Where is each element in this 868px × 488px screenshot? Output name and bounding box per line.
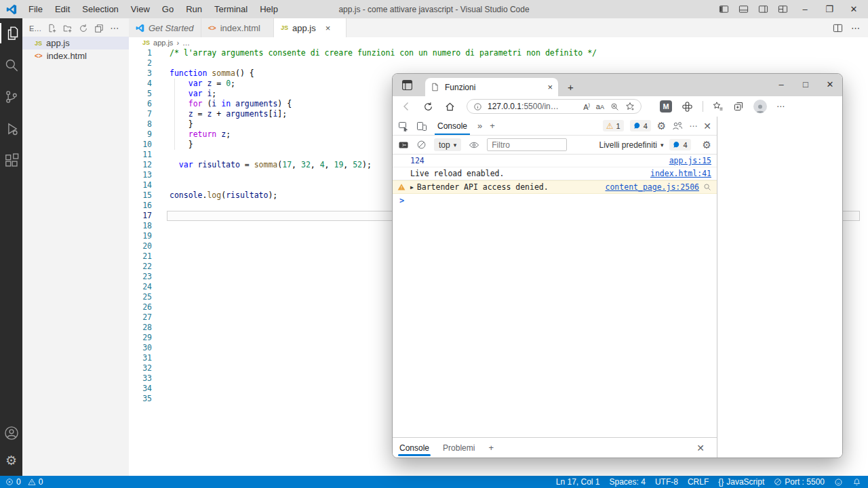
tab-app.js[interactable]: JSapp.js× xyxy=(274,18,347,37)
profile-avatar[interactable] xyxy=(753,100,767,113)
restore-button[interactable]: ❐ xyxy=(822,4,837,14)
console-empty-area[interactable] xyxy=(393,207,717,437)
menu-terminal[interactable]: Terminal xyxy=(208,4,254,14)
feedback-people-icon[interactable] xyxy=(672,121,683,131)
devtools-tab-console[interactable]: Console xyxy=(435,117,470,135)
errors-indicator[interactable]: 0 xyxy=(5,477,21,487)
inspect-element-icon[interactable] xyxy=(398,121,409,131)
new-tab-icon[interactable]: + xyxy=(568,81,574,93)
add-panel-icon[interactable]: + xyxy=(490,121,495,131)
breadcrumb[interactable]: JS app.js › … xyxy=(129,37,868,48)
expand-arrow-icon[interactable]: ▶ xyxy=(410,184,414,190)
settings-more-icon[interactable]: ⋯ xyxy=(776,102,785,111)
menu-selection[interactable]: Selection xyxy=(76,4,124,14)
menu-view[interactable]: View xyxy=(125,4,156,14)
toggle-panel-icon[interactable] xyxy=(738,4,749,14)
menu-file[interactable]: File xyxy=(22,4,49,14)
home-icon[interactable] xyxy=(445,102,455,112)
site-info-icon[interactable] xyxy=(473,102,482,111)
back-icon[interactable] xyxy=(401,101,412,112)
console-settings-gear-icon[interactable]: ⚙ xyxy=(703,139,711,151)
drawer-tab-problemi[interactable]: Problemi xyxy=(443,438,475,458)
extension-icon[interactable] xyxy=(682,101,693,113)
address-bar[interactable]: 127.0.0.1:5500/in… A) aA xyxy=(467,99,642,114)
more-actions-icon[interactable]: ⋯ xyxy=(110,23,119,33)
source-link[interactable]: index.html:41 xyxy=(644,169,711,178)
warnings-indicator[interactable]: 0 xyxy=(28,477,43,487)
log-levels-dropdown[interactable]: Livelli predefiniti ▾ xyxy=(599,140,664,150)
devtools-close-icon[interactable]: ✕ xyxy=(703,121,711,131)
toggle-secondary-sidebar-icon[interactable] xyxy=(758,4,768,14)
more-actions-icon[interactable]: ⋯ xyxy=(851,23,860,33)
status-port-5500[interactable]: Port : 5500 xyxy=(774,477,825,487)
maximize-button[interactable]: □ xyxy=(793,74,818,94)
status-javascript[interactable]: {}JavaScript xyxy=(718,477,764,487)
favorites-icon[interactable] xyxy=(713,101,724,112)
menu-help[interactable]: Help xyxy=(254,4,284,14)
feedback-icon[interactable] xyxy=(834,478,843,487)
console-sidebar-icon[interactable] xyxy=(398,140,409,150)
refresh-icon[interactable] xyxy=(423,102,433,112)
status-ln-17-col-1[interactable]: Ln 17, Col 1 xyxy=(556,477,600,487)
collapse-all-icon[interactable] xyxy=(94,24,104,33)
messages-badge[interactable]: 4 xyxy=(630,120,651,131)
source-link[interactable]: content_page.js:2506 xyxy=(599,182,699,192)
file-item-app.js[interactable]: JSapp.js xyxy=(22,37,129,49)
tab-index.html[interactable]: <>index.html xyxy=(201,18,274,37)
collections-icon[interactable] xyxy=(733,101,744,112)
new-file-icon[interactable] xyxy=(47,24,57,33)
line-number-gutter[interactable]: 1234567891011121314151617181920212223242… xyxy=(129,48,161,404)
drawer-tab-console[interactable]: Console xyxy=(399,438,429,458)
new-folder-icon[interactable] xyxy=(63,24,73,33)
menu-run[interactable]: Run xyxy=(180,4,208,14)
filter-input[interactable] xyxy=(487,138,567,151)
status-utf-8[interactable]: UTF-8 xyxy=(655,477,678,487)
close-tab-icon[interactable]: × xyxy=(326,23,331,33)
minimize-button[interactable]: – xyxy=(797,4,812,14)
menu-edit[interactable]: Edit xyxy=(49,4,76,14)
zoom-icon[interactable] xyxy=(610,102,619,111)
minimize-button[interactable]: – xyxy=(769,74,793,94)
devtools-settings-gear-icon[interactable]: ⚙ xyxy=(657,120,666,132)
more-tabs-icon[interactable]: » xyxy=(477,121,482,131)
status-crlf[interactable]: CRLF xyxy=(688,477,709,487)
settings-gear-icon[interactable]: ⚙ xyxy=(0,450,22,470)
clear-console-icon[interactable] xyxy=(416,140,427,150)
close-button[interactable]: ✕ xyxy=(818,74,842,94)
close-drawer-icon[interactable]: ✕ xyxy=(696,443,710,453)
tab-actions-icon[interactable] xyxy=(401,79,413,91)
devtools-more-icon[interactable]: ⋯ xyxy=(689,121,697,131)
line-number: 19 xyxy=(129,231,161,241)
warnings-badge[interactable]: ⚠ 1 xyxy=(603,120,624,131)
page-viewport[interactable] xyxy=(717,117,842,458)
run-debug-icon[interactable] xyxy=(0,119,22,139)
add-drawer-tab-icon[interactable]: + xyxy=(488,443,494,453)
browser-tab[interactable]: Funzioni × xyxy=(425,78,558,96)
accounts-icon[interactable] xyxy=(0,423,22,443)
menu-go[interactable]: Go xyxy=(156,4,180,14)
console-prompt[interactable]: > xyxy=(393,194,717,207)
split-editor-icon[interactable] xyxy=(833,23,843,33)
source-link[interactable]: app.js:15 xyxy=(663,156,711,165)
source-control-icon[interactable] xyxy=(0,87,22,107)
status-spaces-4[interactable]: Spaces: 4 xyxy=(610,477,646,487)
live-expression-eye-icon[interactable] xyxy=(469,140,479,150)
translate-icon[interactable]: aA xyxy=(596,102,604,110)
search-icon[interactable] xyxy=(0,55,22,75)
refresh-icon[interactable] xyxy=(79,24,88,33)
toggle-sidebar-icon[interactable] xyxy=(719,4,729,14)
extensions-icon[interactable] xyxy=(0,150,22,171)
read-aloud-icon[interactable]: A) xyxy=(583,102,590,111)
close-tab-icon[interactable]: × xyxy=(547,82,553,92)
extension-m-icon[interactable]: M xyxy=(660,100,672,113)
explorer-icon[interactable] xyxy=(0,23,22,43)
messages-badge[interactable]: 4 xyxy=(669,139,690,150)
file-item-index.html[interactable]: <>index.html xyxy=(22,49,129,62)
tab-get-started[interactable]: Get Started xyxy=(129,18,201,37)
close-button[interactable]: ✕ xyxy=(846,4,861,14)
device-emulation-icon[interactable] xyxy=(416,121,427,131)
notifications-bell-icon[interactable] xyxy=(852,478,861,487)
add-favorite-icon[interactable] xyxy=(625,102,635,111)
context-selector[interactable]: top ▾ xyxy=(434,138,461,151)
customize-layout-icon[interactable] xyxy=(778,4,788,14)
